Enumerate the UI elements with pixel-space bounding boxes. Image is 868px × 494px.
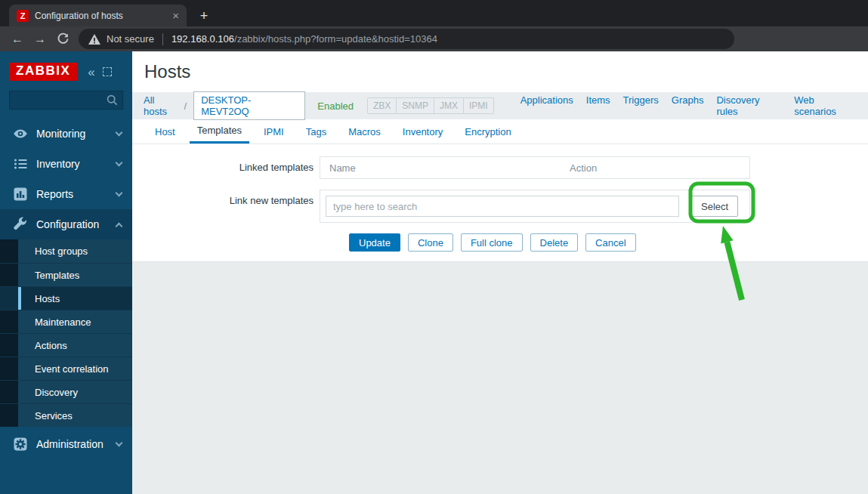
- sidebar-item-label: Administration: [36, 438, 103, 450]
- host-form-tabs: Host Templates IPMI Tags Macros Inventor…: [132, 119, 868, 144]
- sidebar-item-reports[interactable]: Reports: [0, 179, 132, 209]
- browser-tabstrip: Z Configuration of hosts × +: [0, 0, 868, 26]
- select-button[interactable]: Select: [691, 196, 738, 217]
- triggers-link[interactable]: Triggers: [623, 94, 659, 117]
- zbx-badge: ZBX: [368, 98, 396, 113]
- tab-encryption[interactable]: Encryption: [457, 119, 518, 144]
- submenu-item-event-correlation[interactable]: Event correlation: [0, 357, 132, 380]
- sidebar-nav: Monitoring Inventory Reports Configurati…: [0, 119, 132, 459]
- interface-availability-badges: ZBX SNMP JMX IPMI: [367, 97, 494, 114]
- reload-icon[interactable]: [51, 32, 74, 45]
- items-link[interactable]: Items: [586, 94, 610, 117]
- sidebar-item-label: Reports: [36, 188, 73, 200]
- submenu-item-discovery[interactable]: Discovery: [0, 380, 132, 403]
- tab-close-icon[interactable]: ×: [172, 9, 179, 22]
- chevron-down-icon: [116, 440, 123, 447]
- link-new-templates-label: Link new templates: [132, 190, 320, 223]
- snmp-badge: SNMP: [396, 98, 434, 113]
- zabbix-favicon-icon: Z: [17, 10, 29, 22]
- zabbix-logo[interactable]: ZABBIX: [9, 63, 77, 81]
- applications-link[interactable]: Applications: [520, 94, 573, 117]
- eye-icon: [13, 126, 28, 141]
- template-search-input[interactable]: [326, 196, 679, 217]
- tab-host[interactable]: Host: [147, 119, 183, 144]
- sidebar-item-label: Configuration: [36, 218, 99, 230]
- host-status-badge[interactable]: Enabled: [317, 100, 354, 112]
- fullscreen-icon[interactable]: [103, 67, 112, 76]
- submenu-item-host-groups[interactable]: Host groups: [0, 239, 132, 263]
- search-icon: [107, 94, 118, 106]
- cancel-button[interactable]: Cancel: [585, 233, 635, 252]
- form-footer-buttons: Update Clone Full clone Delete Cancel: [349, 233, 868, 261]
- page-title: Hosts: [132, 51, 868, 92]
- submenu-item-maintenance[interactable]: Maintenance: [0, 310, 132, 333]
- breadcrumb-host-name[interactable]: DESKTOP-MEVT2OQ: [193, 91, 305, 120]
- clone-button[interactable]: Clone: [408, 233, 453, 252]
- gear-icon: [13, 437, 28, 452]
- security-status: Not secure: [107, 33, 154, 45]
- chevron-down-icon: [116, 159, 123, 167]
- wrench-icon: [13, 217, 28, 232]
- sidebar-item-configuration[interactable]: Configuration: [0, 209, 132, 239]
- chevron-down-icon: [116, 190, 123, 197]
- sidebar-search-input[interactable]: [14, 94, 107, 106]
- sidebar-item-monitoring[interactable]: Monitoring: [0, 119, 132, 149]
- new-tab-button[interactable]: +: [195, 7, 213, 25]
- column-header-name: Name: [320, 162, 570, 174]
- discovery-rules-link[interactable]: Discovery rules: [716, 94, 781, 117]
- address-bar[interactable]: Not secure 192.168.0.106/zabbix/hosts.ph…: [79, 29, 734, 49]
- sidebar-search[interactable]: [9, 91, 123, 110]
- main-content: Hosts All hosts / DESKTOP-MEVT2OQ Enable…: [132, 51, 868, 494]
- configuration-submenu: Host groups Templates Hosts Maintenance …: [0, 239, 132, 427]
- related-links: Applications Items Triggers Graphs Disco…: [508, 94, 857, 117]
- tab-ipmi[interactable]: IPMI: [256, 119, 292, 144]
- chevron-down-icon: [116, 129, 123, 137]
- back-icon[interactable]: ←: [6, 32, 29, 46]
- linked-templates-label: Linked templates: [132, 156, 320, 179]
- breadcrumb-all-hosts-link[interactable]: All hosts: [144, 94, 181, 117]
- tab-inventory[interactable]: Inventory: [395, 119, 450, 144]
- linked-templates-table: Name Action: [320, 156, 750, 179]
- chevron-up-icon: [116, 222, 123, 230]
- url-path: /zabbix/hosts.php?form=update&hostid=103…: [234, 33, 437, 45]
- sidebar-item-label: Inventory: [36, 158, 80, 170]
- template-multiselect: Select: [320, 190, 750, 223]
- sidebar: ZABBIX « Monitoring Inventory R: [0, 51, 132, 494]
- sidebar-item-label: Monitoring: [36, 128, 85, 140]
- browser-toolbar: ← → Not secure 192.168.0.106/zabbix/host…: [0, 26, 868, 51]
- web-scenarios-link[interactable]: Web scenarios: [794, 94, 857, 117]
- bar-chart-icon: [13, 187, 28, 202]
- tab-templates[interactable]: Templates: [190, 119, 249, 144]
- delete-button[interactable]: Delete: [530, 233, 579, 252]
- sidebar-item-inventory[interactable]: Inventory: [0, 149, 132, 179]
- url-host: 192.168.0.106: [171, 33, 234, 45]
- breadcrumb-separator: /: [184, 100, 187, 112]
- forward-icon[interactable]: →: [29, 32, 51, 46]
- submenu-item-templates[interactable]: Templates: [0, 263, 132, 286]
- column-header-action: Action: [570, 162, 597, 174]
- graphs-link[interactable]: Graphs: [672, 94, 704, 117]
- browser-tab[interactable]: Z Configuration of hosts ×: [9, 5, 187, 26]
- full-clone-button[interactable]: Full clone: [461, 233, 523, 252]
- tab-title: Configuration of hosts: [35, 11, 168, 21]
- ipmi-badge: IPMI: [463, 98, 493, 113]
- submenu-item-hosts[interactable]: Hosts: [0, 286, 132, 310]
- warning-icon[interactable]: [88, 34, 100, 45]
- submenu-item-services[interactable]: Services: [0, 403, 132, 427]
- tab-tags[interactable]: Tags: [298, 119, 334, 144]
- templates-form: Linked templates Name Action Link new te…: [132, 144, 868, 261]
- page-background: [132, 261, 868, 494]
- breadcrumb: All hosts / DESKTOP-MEVT2OQ Enabled ZBX …: [132, 92, 868, 119]
- url-divider: [162, 33, 163, 45]
- submenu-item-actions[interactable]: Actions: [0, 333, 132, 357]
- sidebar-item-administration[interactable]: Administration: [0, 429, 132, 459]
- tab-macros[interactable]: Macros: [341, 119, 388, 144]
- jmx-badge: JMX: [434, 98, 463, 113]
- list-icon: [13, 156, 28, 171]
- update-button[interactable]: Update: [349, 233, 400, 252]
- collapse-sidebar-icon[interactable]: «: [88, 66, 94, 79]
